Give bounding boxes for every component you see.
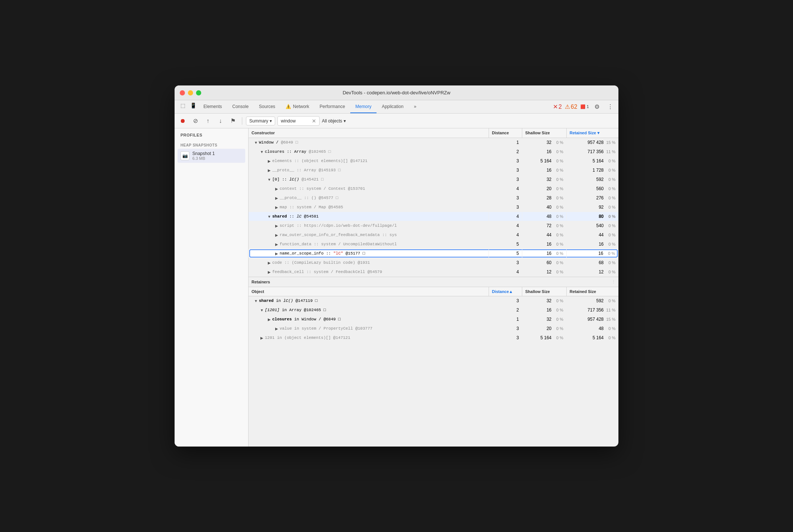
distance-cell: 4 [489, 268, 522, 276]
retainers-section-header: Retainers ⋮ [249, 277, 618, 287]
tab-memory[interactable]: Memory [350, 100, 377, 113]
distance-cell: 1 [489, 315, 522, 323]
retained-cell: 5600 % [567, 185, 618, 193]
retained-cell: 957 42815 % [567, 315, 618, 323]
shallow-cell: 200 % [522, 185, 567, 193]
row-name: shared in lC() @147119 □ [259, 299, 317, 303]
table-row[interactable]: ▶ 1201 in (object elements)[] @147121 3 … [249, 333, 618, 343]
tab-network[interactable]: ⚠️ Network [280, 100, 314, 113]
table-row[interactable]: ▶ __proto__ :: () @54577 □ 3 280 % 2760 … [249, 193, 618, 203]
window-title: DevTools - codepen.io/web-dot-dev/live/o… [342, 90, 450, 95]
clear-icon[interactable]: ⊘ [190, 116, 200, 126]
minimize-button[interactable] [188, 90, 193, 95]
upper-table-body: ▼ Window / @6849 □ 1 320 % 957 42815 % [249, 138, 618, 277]
filter-text-input[interactable] [281, 118, 310, 124]
expand-icon[interactable]: ▶ [274, 223, 280, 229]
all-objects-dropdown[interactable]: All objects ▾ [322, 118, 346, 124]
snapshot-item[interactable]: 📷 Snapshot 1 6.3 MB [178, 149, 245, 163]
expand-icon[interactable]: ▼ [259, 149, 265, 155]
table-row[interactable]: ▼ closures :: Array @102465 □ 2 160 % 71… [249, 147, 618, 156]
expand-icon[interactable]: ▶ [274, 232, 280, 238]
expand-icon[interactable]: ▶ [274, 326, 280, 331]
expand-icon[interactable]: ▶ [259, 335, 265, 341]
maximize-button[interactable] [196, 90, 201, 95]
expand-icon[interactable]: ▶ [266, 260, 272, 266]
shallow-cell: 320 % [522, 175, 567, 183]
shallow-cell: 320 % [522, 138, 567, 147]
retained-cell: 5920 % [567, 175, 618, 183]
col-retained-size[interactable]: Retained Size ▾ [567, 128, 618, 138]
tab-sources[interactable]: Sources [254, 100, 280, 113]
close-button[interactable] [180, 90, 185, 95]
expand-icon[interactable]: ▼ [266, 176, 272, 182]
expand-icon[interactable]: ▼ [259, 307, 265, 313]
table-row[interactable]: ▶ map :: system / Map @54585 3 400 % 920… [249, 203, 618, 212]
table-row[interactable]: ▼ shared in lC() @147119 □ 3 320 % 5920 … [249, 296, 618, 306]
tab-more[interactable]: » [409, 100, 422, 113]
table-row[interactable]: ▶ value in system / PropertyCell @103777… [249, 324, 618, 333]
constructor-cell: ▼ Window / @6849 □ [249, 138, 489, 147]
distance-cell: 4 [489, 212, 522, 220]
retained-cell: 160 % [567, 240, 618, 248]
expand-icon[interactable]: ▶ [266, 316, 272, 322]
table-row[interactable]: ▼ [0] :: lC() @145421 □ 3 320 % 5920 % [249, 175, 618, 184]
main-area: Profiles HEAP SNAPSHOTS 📷 Snapshot 1 6.3… [175, 128, 618, 447]
row-name: 1201 in (object elements)[] @147121 [265, 336, 350, 340]
filter-input-container[interactable]: ✕ [277, 116, 320, 126]
lower-col-distance[interactable]: Distance▲ [489, 287, 522, 296]
warn-badge: ⚠ 62 [565, 103, 577, 110]
tab-application[interactable]: Application [377, 100, 409, 113]
expand-icon[interactable]: ▶ [266, 158, 272, 164]
table-row[interactable]: ▼ shared :: lC @54581 4 480 % 800 % [249, 212, 618, 221]
error-count: 2 [559, 104, 562, 110]
distance-cell: 3 [489, 175, 522, 183]
expand-icon[interactable]: ▼ [253, 139, 259, 145]
tab-elements[interactable]: Elements [198, 100, 227, 113]
error-badge: ✕ 2 [553, 103, 562, 110]
tab-elements-label: Elements [203, 104, 222, 109]
constructor-cell: ▶ script :: https://cdpn.io/web-dot-dev/… [249, 221, 489, 230]
table-row[interactable]: ▶ function_data :: system / UncompiledDa… [249, 240, 618, 249]
more-options-icon[interactable]: ⋮ [605, 102, 615, 112]
collection-icon[interactable]: ⚑ [228, 116, 238, 126]
row-name: map :: system / Map @54585 [280, 205, 343, 209]
snapshot-info: Snapshot 1 6.3 MB [192, 151, 242, 161]
settings-icon[interactable]: ⚙ [592, 102, 602, 112]
expand-icon[interactable]: ▶ [274, 204, 280, 210]
inspect-icon[interactable]: ⬚ [178, 100, 188, 111]
tab-console[interactable]: Console [227, 100, 254, 113]
upload-icon[interactable]: ↑ [203, 116, 213, 126]
distance-cell: 3 [489, 194, 522, 202]
table-row[interactable]: ▶ context :: system / Context @153701 4 … [249, 184, 618, 193]
table-row[interactable]: ▼ [1201] in Array @102465 □ 2 160 % 717 … [249, 306, 618, 315]
summary-dropdown[interactable]: Summary ▾ [246, 117, 275, 125]
expand-icon[interactable]: ▼ [253, 298, 259, 304]
expand-icon[interactable]: ▶ [266, 269, 272, 275]
tab-performance[interactable]: Performance [314, 100, 350, 113]
table-row[interactable]: ▶ script :: https://cdpn.io/web-dot-dev/… [249, 221, 618, 230]
table-row[interactable]: ▶ name_or_scope_info :: "lC" @15177 □ 5 … [249, 249, 618, 258]
shallow-cell: 160 % [522, 148, 567, 156]
download-icon[interactable]: ↓ [215, 116, 226, 126]
more-tabs-icon: » [414, 104, 416, 109]
expand-icon[interactable]: ▶ [274, 241, 280, 247]
filter-clear-icon[interactable]: ✕ [312, 118, 316, 124]
shallow-cell: 5 1640 % [522, 334, 567, 342]
table-row[interactable]: ▶ feedback_cell :: system / FeedbackCell… [249, 267, 618, 277]
device-icon[interactable]: 📱 [188, 100, 198, 111]
expand-icon[interactable]: ▶ [274, 250, 280, 256]
table-row[interactable]: ▶ closures in Window / @6849 □ 1 320 % 9… [249, 315, 618, 324]
expand-icon[interactable]: ▶ [274, 195, 280, 201]
record-icon[interactable]: ⏺ [178, 116, 188, 126]
retained-cell: 717 35611 % [567, 148, 618, 156]
table-row[interactable]: ▶ elements :: (object elements)[] @14712… [249, 156, 618, 166]
table-row[interactable]: ▶ __proto__ :: Array @145193 □ 3 160 % 1… [249, 166, 618, 175]
constructor-cell: ▶ __proto__ :: () @54577 □ [249, 193, 489, 202]
expand-icon[interactable]: ▶ [266, 167, 272, 173]
table-row[interactable]: ▼ Window / @6849 □ 1 320 % 957 42815 % [249, 138, 618, 147]
expand-icon[interactable]: ▶ [274, 186, 280, 192]
expand-icon[interactable]: ▼ [266, 213, 272, 219]
table-row[interactable]: ▶ raw_outer_scope_info_or_feedback_metad… [249, 230, 618, 240]
table-row[interactable]: ▶ code :: (CompileLazy builtin code) @19… [249, 258, 618, 267]
shallow-cell: 120 % [522, 268, 567, 276]
